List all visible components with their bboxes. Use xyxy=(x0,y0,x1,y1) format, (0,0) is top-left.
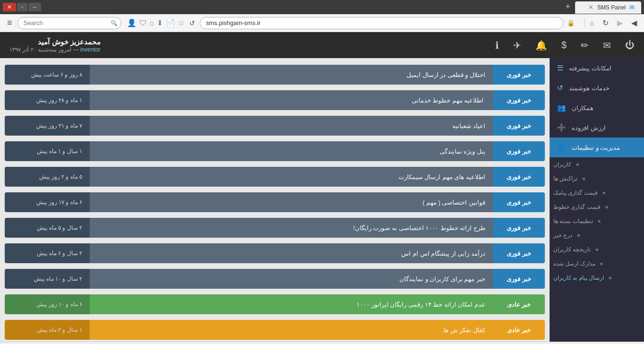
sidebar-item-smart[interactable]: خدمات هوشمند ↺ xyxy=(550,78,644,98)
news-title-cell: پنل ویژه نمایندگی xyxy=(90,141,493,161)
sidebar-sub-user-history[interactable]: تاریخچه کاربران xyxy=(550,242,644,257)
profile-icon[interactable]: 👤 xyxy=(127,18,136,27)
forward-button[interactable]: ▶ xyxy=(614,17,626,29)
badge-cell: خبر فوری xyxy=(493,269,545,289)
news-date-cell: ۲ سال و ۱۰ ماه پیش xyxy=(5,269,90,289)
address-input[interactable] xyxy=(200,17,563,29)
news-badge: خبر فوری xyxy=(493,218,545,238)
separator: — xyxy=(71,46,78,53)
window-controls: ─ ▫ ✕ xyxy=(3,3,41,11)
news-row[interactable]: خبر فوری اطلاعیه های مهم ارسال سیمکارت ۵… xyxy=(5,167,545,187)
sidebar-label-management: مدیریت و تنظیمات xyxy=(572,144,620,151)
news-title-cell: قوانین اختصاصی ( مهم ) xyxy=(90,192,493,212)
email-icon[interactable]: ✉ xyxy=(603,40,611,51)
reader-icon[interactable]: 📄 xyxy=(166,18,175,27)
news-date-cell: ۲ سال و ۶ ماه پیش xyxy=(5,243,90,263)
power-icon[interactable]: ⏻ xyxy=(625,40,635,51)
sidebar-sub-users[interactable]: کاربران xyxy=(550,157,644,172)
search-icon: 🔍 xyxy=(110,20,118,26)
news-row[interactable]: خبر فوری قوانین اختصاصی ( مهم ) ۶ ماه و … xyxy=(5,192,545,212)
news-badge: خبر فوری xyxy=(493,269,545,289)
news-date-cell: ۶ ماه و ۱۷ روز پیش xyxy=(5,192,90,212)
sub-label-packages: تنظیمات بسته ها xyxy=(553,218,593,224)
sidebar-item-partners[interactable]: همکاران 👥 xyxy=(550,98,644,118)
news-title-cell: عدم امکان ارائه خط ۱۴ رقمی رایگان اپراتو… xyxy=(90,294,493,314)
list-icon: ☰ xyxy=(557,64,563,72)
tab-favicon: ✉ xyxy=(629,4,635,11)
news-date-cell: ۱ سال و ۲ ماه پیش xyxy=(5,320,90,340)
home2-icon[interactable]: ⌂ xyxy=(150,19,154,27)
browser-tab[interactable]: ✉ SMS Panel ✕ xyxy=(575,1,641,14)
news-row[interactable]: خبر فوری اعیاد شعبانیه ۷ ماه و ۲۱ روز پی… xyxy=(5,116,545,136)
security-icon: 🔒 xyxy=(565,19,576,26)
sidebar-item-value[interactable]: ارزش افزوده ➕ xyxy=(550,118,644,138)
sidebar-sub-add-news[interactable]: درج خبر xyxy=(550,228,644,242)
sidebar-sub-transactions[interactable]: تراکنش ها xyxy=(550,172,644,186)
news-row[interactable]: خبر عادی عدم امکان ارائه خط ۱۴ رقمی رایگ… xyxy=(5,294,545,314)
info-icon[interactable]: ℹ xyxy=(495,40,499,51)
news-row[interactable]: خبر فوری طرح ارائه خطوط ۱۰۰۰ اختصاصی به … xyxy=(5,218,545,238)
menu-button[interactable]: ≡ xyxy=(4,17,16,29)
news-row[interactable]: خبر عادی کقال تفکر ش ها ۱ سال و ۲ ماه پی… xyxy=(5,320,545,340)
reload-button[interactable]: ↺ xyxy=(186,18,198,28)
sub-label-users: کاربران xyxy=(553,161,571,168)
sidebar-label-partners: همکاران xyxy=(572,104,593,112)
minimize-button[interactable]: ─ xyxy=(28,3,41,11)
news-row[interactable]: خبر فوری پنل ویژه نمایندگی ۱ سال و ۱ ماه… xyxy=(5,141,545,161)
shield-icon[interactable]: 🛡 xyxy=(139,19,147,27)
news-badge: خبر فوری xyxy=(493,116,545,136)
badge-cell: خبر فوری xyxy=(493,65,545,85)
sidebar-sub-docs[interactable]: مدارک ارسل شده xyxy=(550,257,644,271)
sub-label-add-news: درج خبر xyxy=(553,232,572,239)
news-badge: خبر فوری xyxy=(493,141,545,161)
sidebar-sub-send-msg[interactable]: ارسال پیام به کاربران xyxy=(550,271,644,285)
sidebar-item-advanced[interactable]: امکانات پیشرفته ☰ xyxy=(550,58,644,78)
news-badge: خبر فوری xyxy=(493,192,545,212)
tab-close-button[interactable]: ✕ xyxy=(588,4,593,11)
bell-icon[interactable]: 🔔 xyxy=(535,40,547,51)
news-badge: خبر فوری xyxy=(493,65,545,85)
partners-icon: 👥 xyxy=(557,103,566,112)
sub-label-transactions: تراکنش ها xyxy=(553,175,577,182)
news-title-cell: کقال تفکر ش ها xyxy=(90,320,493,340)
news-date-cell: ۷ ماه و ۲۱ روز پیش xyxy=(5,116,90,136)
user-date-line: inventor — امروز سه‌شنبه ۲۰ آذر ۱۳۹۷ xyxy=(9,46,101,53)
new-tab-button[interactable]: + xyxy=(561,1,574,13)
news-row[interactable]: خبر فوری خبر مهم برای کاربران و نمایندگا… xyxy=(5,269,545,289)
sidebar-item-management[interactable]: مدیریت و تنظیمات 👤 xyxy=(550,138,644,157)
sidebar-label-smart: خدمات هوشمند xyxy=(569,85,610,92)
money-icon[interactable]: $ xyxy=(561,40,567,51)
badge-cell: خبر فوری xyxy=(493,141,545,161)
news-title-cell: درآمد زایی از پیشگام اس ام اس xyxy=(90,243,493,263)
edit-icon[interactable]: ✏ xyxy=(581,40,589,51)
sidebar-label-advanced: امکانات پیشرفته xyxy=(569,65,611,72)
sidebar-sub-sms-pricing[interactable]: قیمت گذاری پیامک xyxy=(550,186,644,200)
news-row[interactable]: خبر فوری اختلال و قطعی در ارسال ایمیل ۸ … xyxy=(5,65,545,85)
news-date-cell: ۱ ماه و ۲۸ روز پیش xyxy=(5,90,90,110)
home-button[interactable]: ⌂ xyxy=(587,18,597,28)
news-row[interactable]: خبر فوری ‌‌‌ اطلاعیه مهم خطوط خدماتی ‌‌‌… xyxy=(5,90,545,110)
close-button[interactable]: ✕ xyxy=(3,3,16,11)
news-badge: خبر عادی xyxy=(493,320,545,340)
bookmark-icon[interactable]: ☆ xyxy=(178,18,185,27)
back-button[interactable]: ◀ xyxy=(628,17,640,29)
news-title-cell: ‌‌‌ اطلاعیه مهم خطوط خدماتی ‌‌‌ xyxy=(90,90,493,110)
news-title-cell: اطلاعیه های مهم ارسال سیمکارت xyxy=(90,167,493,187)
download-icon[interactable]: ⬇ xyxy=(157,18,163,27)
send-icon[interactable]: ✈ xyxy=(513,40,521,51)
news-title-cell: خبر مهم برای کاربران و نمایندگان xyxy=(90,269,493,289)
news-date-cell: ۲ سال و ۵ ماه پیش xyxy=(5,218,90,238)
user-role: inventor xyxy=(80,46,101,53)
news-date-cell: ۸ روز و ۶ ساعت پیش xyxy=(5,65,90,85)
news-badge: خبر فوری xyxy=(493,90,545,110)
news-row[interactable]: خبر فوری درآمد زایی از پیشگام اس ام اس ۲… xyxy=(5,243,545,263)
toolbar-icons: ⏻ ✉ ✏ $ 🔔 ✈ ℹ xyxy=(495,40,635,51)
sidebar-sub-packages[interactable]: تنظیمات بسته ها xyxy=(550,214,644,228)
news-date-cell: ۶ ماه و ۱۰ روز پیش xyxy=(5,294,90,314)
sidebar-sub-line-pricing[interactable]: قیمت گذاری خطوط xyxy=(550,200,644,214)
badge-cell: خبر فوری xyxy=(493,116,545,136)
search-input[interactable] xyxy=(17,17,121,29)
maximize-button[interactable]: ▫ xyxy=(17,3,27,11)
refresh-button[interactable]: ↻ xyxy=(599,17,612,29)
news-date-cell: ۵ ماه و ۲ روز پیش xyxy=(5,167,90,187)
